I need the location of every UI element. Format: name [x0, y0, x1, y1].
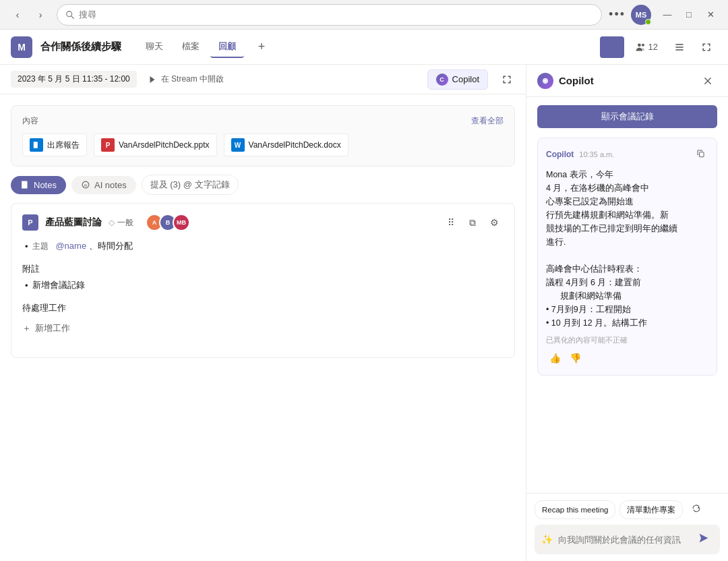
maximize-button[interactable]: □ [679, 5, 698, 24]
send-button[interactable] [694, 530, 713, 549]
meeting-title: 合作關係後續步驟 [40, 40, 121, 53]
file-chip-docx[interactable]: W VanArsdelPitchDeck.docx [224, 134, 348, 156]
file-chip-attendance[interactable]: 出席報告 [22, 134, 87, 156]
notes-tab-button[interactable]: Notes [11, 176, 66, 194]
tab-files[interactable]: 檔案 [174, 36, 208, 58]
copilot-title: Copilot [537, 73, 594, 89]
thumbs-down-button[interactable]: 👎 [566, 349, 584, 367]
avatar-3: MB [173, 214, 190, 231]
expand-icon-button[interactable] [696, 36, 717, 58]
notes-panel: 內容 查看全部 出席報告 P VanArsdelPitchDeck.pptx [0, 94, 526, 561]
stream-link[interactable]: 在 Stream 中開啟 [148, 73, 224, 85]
copilot-tab-button[interactable]: C Copilot [427, 69, 488, 90]
note-card-title: 產品藍圖討論 [45, 216, 102, 229]
nav-buttons: ‹ › [8, 5, 50, 24]
participants-count: 12 [648, 42, 658, 52]
avatar-stack: A B MB [146, 214, 190, 231]
notes-tabs: Notes AI AI notes 提及 (3) @ 文字記錄 [11, 175, 515, 195]
forward-button[interactable]: › [31, 5, 50, 24]
list-icon-button[interactable] [669, 36, 690, 58]
content-section-title: 內容 [22, 115, 38, 127]
copilot-panel: Copilot 顯示會議記錄 Copilot 10:35 a.m. [526, 65, 728, 561]
note-card: P 產品藍圖討論 ◇ 一般 A B MB [11, 203, 515, 358]
window-controls: — □ ✕ [658, 5, 720, 24]
tab-chat[interactable]: 聊天 [138, 36, 171, 58]
list-actions-button[interactable]: 清單動作專案 [619, 500, 683, 519]
browser-bar: ‹ › ••• MS — □ ✕ [0, 0, 728, 30]
expand-icon [701, 42, 712, 53]
svg-point-2 [638, 43, 641, 47]
view-all-link[interactable]: 查看全部 [471, 115, 504, 127]
note-card-header: P 產品藍圖討論 ◇ 一般 A B MB [22, 213, 504, 232]
date-badge: 2023 年 5 月 5 日 11:35 - 12:00 [11, 71, 137, 88]
svg-rect-5 [675, 47, 683, 48]
copilot-mini-logo: C [436, 73, 448, 86]
copilot-footer: Recap this meeting 清單動作專案 ✨ [526, 493, 728, 561]
svg-rect-4 [675, 44, 683, 45]
list-icon [674, 42, 685, 53]
content-area: 2023 年 5 月 5 日 11:35 - 12:00 在 Stream 中開… [0, 65, 728, 561]
more-options-button[interactable]: ••• [609, 7, 626, 22]
copilot-body: 顯示會議記錄 Copilot 10:35 a.m. [526, 97, 728, 493]
wave-icon: ✨ [541, 534, 553, 545]
meeting-date-bar: 2023 年 5 月 5 日 11:35 - 12:00 在 Stream 中開… [0, 65, 526, 94]
join-button[interactable] [600, 36, 624, 58]
search-input[interactable] [79, 9, 593, 20]
expand-meeting-icon [502, 74, 512, 85]
svg-point-3 [642, 43, 644, 46]
close-copilot-button[interactable] [698, 71, 717, 90]
address-bar[interactable] [57, 4, 602, 26]
copilot-logo [537, 73, 553, 89]
app-shell: M 合作關係後續步驟 聊天 檔案 回顧 + 12 [0, 30, 728, 561]
file-chip-pptx[interactable]: P VanArsdelPitchDeck.pptx [94, 134, 217, 156]
participants-button[interactable]: 12 [630, 39, 663, 55]
expand-meeting-button[interactable] [499, 71, 515, 88]
svg-rect-19 [699, 152, 704, 157]
svg-rect-6 [675, 49, 683, 51]
copy-message-button[interactable] [692, 146, 708, 163]
message-actions: 👍 👎 [546, 349, 708, 367]
refresh-button[interactable] [687, 500, 706, 519]
files-row: 出席報告 P VanArsdelPitchDeck.pptx W VanArsd… [22, 134, 504, 156]
ai-icon: AI [81, 180, 90, 189]
add-task-button[interactable]: ＋ 新增工作 [22, 320, 70, 337]
tab-recap[interactable]: 回顧 [210, 36, 244, 58]
card-settings-button[interactable]: ⚙ [485, 213, 504, 232]
svg-line-1 [71, 16, 74, 18]
minimize-button[interactable]: — [658, 5, 677, 24]
mention-tab-button[interactable]: 提及 (3) @ 文字記錄 [142, 175, 239, 195]
card-drag-button[interactable]: ⠿ [442, 213, 460, 232]
ai-notes-tab-button[interactable]: AI AI notes [71, 176, 136, 194]
card-copy-button[interactable]: ⧉ [463, 213, 482, 232]
pptx-file-icon: P [101, 138, 115, 152]
close-button[interactable]: ✕ [701, 5, 720, 24]
show-transcript-button[interactable]: 顯示會議記錄 [537, 105, 717, 128]
chat-input[interactable] [558, 535, 689, 545]
name-mention[interactable]: @name [55, 241, 86, 251]
chat-input-area: ✨ [535, 525, 720, 554]
svg-rect-11 [22, 181, 27, 188]
note-priority: ◇ 一般 [109, 217, 133, 229]
back-button[interactable]: ‹ [8, 5, 27, 24]
main-panel: 2023 年 5 月 5 日 11:35 - 12:00 在 Stream 中開… [0, 65, 526, 561]
task-section: 待處理工作 ＋ 新增工作 [22, 302, 504, 337]
message-time: 10:35 a.m. [579, 150, 614, 158]
content-section-header: 內容 查看全部 [22, 115, 504, 127]
header-right: 12 [600, 36, 717, 58]
attendance-file-icon [30, 138, 43, 152]
svg-text:AI: AI [84, 183, 88, 187]
content-section: 內容 查看全部 出席報告 P VanArsdelPitchDeck.pptx [11, 105, 515, 167]
app-icon: M [11, 36, 32, 58]
copilot-header: Copilot [526, 65, 728, 97]
copilot-sender: Copilot [546, 150, 574, 159]
recap-meeting-button[interactable]: Recap this meeting [535, 500, 615, 519]
attendance-filename: 出席報告 [47, 140, 80, 151]
refresh-icon [691, 503, 702, 514]
copilot-message: Copilot 10:35 a.m. Mona 表示，今年4 月，在洛杉磯的高峰… [537, 138, 717, 376]
thumbs-up-button[interactable]: 👍 [546, 349, 564, 367]
mention-tab-label: 提及 (3) @ 文字記錄 [150, 179, 230, 191]
add-tab-button[interactable]: + [252, 38, 271, 57]
app-header: M 合作關係後續步驟 聊天 檔案 回顧 + 12 [0, 30, 728, 65]
quick-actions: Recap this meeting 清單動作專案 [535, 500, 720, 519]
online-status [645, 19, 651, 25]
